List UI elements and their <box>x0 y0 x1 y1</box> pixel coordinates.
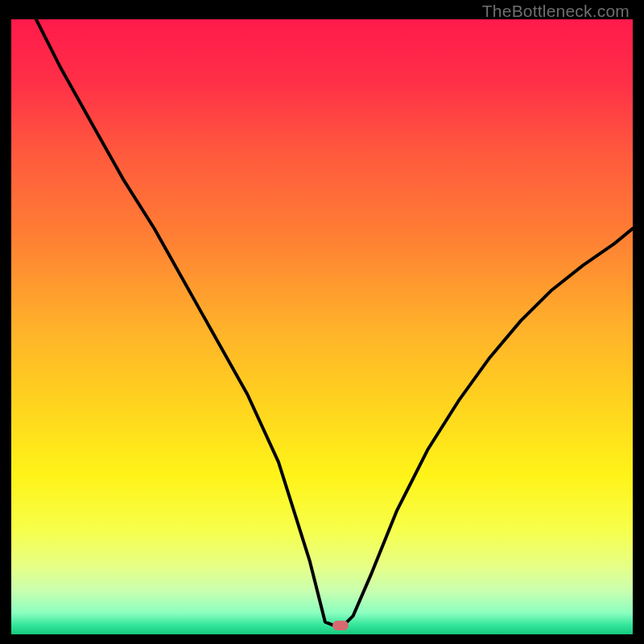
gradient-background <box>11 19 633 634</box>
optimal-point-marker <box>332 621 349 630</box>
chart-frame <box>11 19 633 634</box>
bottleneck-chart <box>11 19 633 634</box>
watermark-text: TheBottleneck.com <box>482 2 630 21</box>
